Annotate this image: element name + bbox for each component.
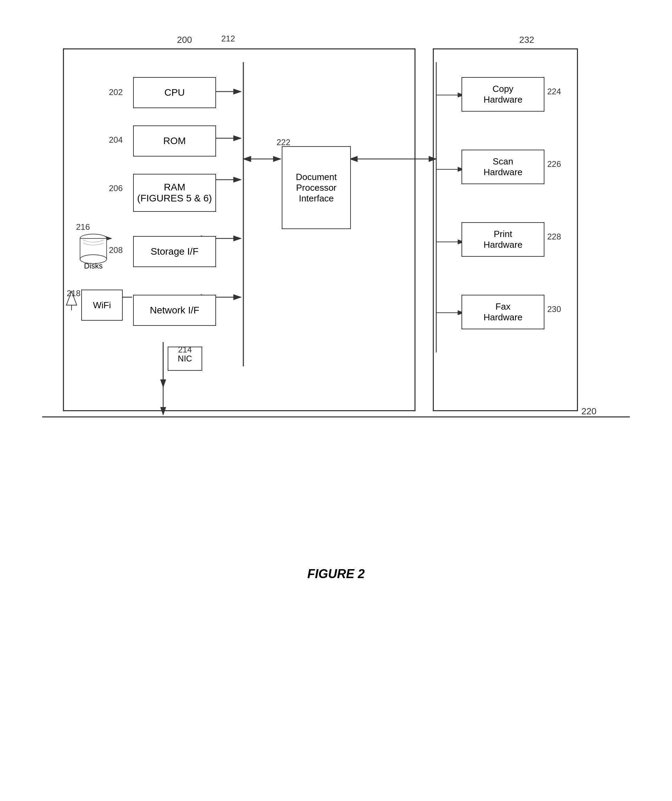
figure-title: FIGURE 2: [307, 567, 365, 581]
nic-label: NIC: [178, 354, 192, 364]
ref-copy-label: 224: [547, 87, 561, 97]
rom-box: ROM: [133, 125, 216, 156]
dpi-label: Document Processor Interface: [296, 172, 337, 204]
ref-disks-label: 216: [76, 222, 90, 232]
wifi-box: WiFi: [81, 290, 123, 321]
cpu-label: CPU: [164, 87, 185, 98]
right-box: Copy Hardware 224 Scan Hardware 226 Prin…: [433, 48, 578, 411]
ref-scan-label: 226: [547, 159, 561, 169]
print-hw-box: Print Hardware: [461, 222, 545, 257]
copy-hw-label: Copy Hardware: [483, 84, 523, 105]
figure-caption: FIGURE 2: [307, 567, 365, 581]
main-box: 212 CPU 202 ROM 204 RAM (FIGURES 5 & 6) …: [63, 48, 416, 411]
storage-box: Storage I/F: [133, 236, 216, 267]
ref-cpu-label: 202: [109, 87, 123, 97]
ref-right-label: 232: [519, 35, 534, 45]
disk-container: Disks: [74, 233, 112, 270]
disks-label: Disks: [84, 262, 103, 270]
copy-hw-box: Copy Hardware: [461, 77, 545, 112]
fax-hw-box: Fax Hardware: [461, 295, 545, 329]
diagram-area: 212 CPU 202 ROM 204 RAM (FIGURES 5 & 6) …: [42, 21, 630, 539]
ref-fax-label: 230: [547, 304, 561, 314]
network-label: Network I/F: [150, 305, 199, 316]
ref-print-label: 228: [547, 232, 561, 241]
bottom-line: [42, 417, 630, 417]
network-box: Network I/F: [133, 295, 216, 326]
wifi-label: WiFi: [93, 300, 111, 310]
disk-svg: [76, 233, 111, 265]
scan-hw-label: Scan Hardware: [483, 156, 523, 178]
ref-main-label: 200: [177, 35, 192, 45]
print-hw-label: Print Hardware: [483, 229, 523, 250]
dpi-box: Document Processor Interface: [282, 146, 351, 229]
ref-ram-label: 206: [109, 183, 123, 193]
ref-rom-label: 204: [109, 135, 123, 145]
rom-label: ROM: [163, 135, 185, 146]
ref-wifi-label: 218: [67, 288, 81, 298]
cpu-box: CPU: [133, 77, 216, 108]
storage-label: Storage I/F: [151, 246, 199, 257]
fax-hw-label: Fax Hardware: [483, 301, 523, 323]
ref-bottom-label: 220: [582, 406, 596, 417]
scan-hw-box: Scan Hardware: [461, 150, 545, 184]
ref-nic-label: 214: [178, 345, 192, 355]
ram-label: RAM (FIGURES 5 & 6): [137, 182, 212, 204]
ref-dpi-label: 222: [277, 138, 290, 147]
page-container: 212 CPU 202 ROM 204 RAM (FIGURES 5 & 6) …: [0, 0, 672, 801]
ref-bus-label: 212: [221, 34, 235, 43]
ram-box: RAM (FIGURES 5 & 6): [133, 174, 216, 212]
